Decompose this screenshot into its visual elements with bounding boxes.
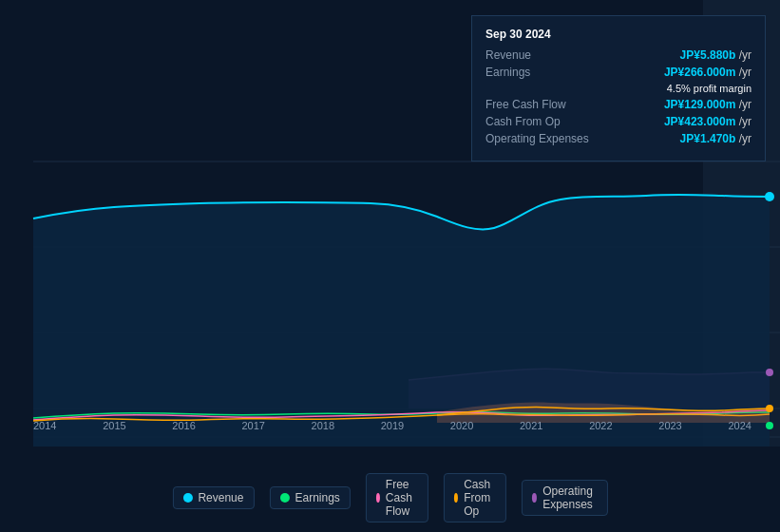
tooltip-label-revenue: Revenue <box>485 48 590 62</box>
legend-dot-cashop <box>454 493 458 503</box>
legend-label-fcf: Free Cash Flow <box>386 478 418 518</box>
tooltip-value-cashop: JP¥423.000m /yr <box>664 115 751 128</box>
tooltip-label-cashop: Cash From Op <box>485 115 590 128</box>
legend-label-cashop: Cash From Op <box>464 478 496 518</box>
tooltip-value-earnings: JP¥266.000m /yr <box>664 66 751 79</box>
tooltip-row-fcf: Free Cash Flow JP¥129.000m /yr <box>485 98 751 111</box>
x-label-2017: 2017 <box>241 420 264 431</box>
tooltip-profit-margin: 4.5% profit margin <box>485 83 751 94</box>
legend-item-fcf[interactable]: Free Cash Flow <box>366 473 428 522</box>
tooltip-label-fcf: Free Cash Flow <box>485 98 590 111</box>
tooltip-value-fcf: JP¥129.000m /yr <box>664 98 751 111</box>
legend: Revenue Earnings Free Cash Flow Cash Fro… <box>172 473 607 522</box>
legend-item-opex[interactable]: Operating Expenses <box>522 480 608 516</box>
tooltip-value-revenue: JP¥5.880b /yr <box>680 48 751 62</box>
x-label-2022: 2022 <box>589 420 612 431</box>
tooltip-date: Sep 30 2024 <box>485 28 751 41</box>
legend-item-revenue[interactable]: Revenue <box>172 486 254 509</box>
tooltip-label-opex: Operating Expenses <box>485 132 590 145</box>
legend-item-earnings[interactable]: Earnings <box>269 486 350 509</box>
legend-dot-earnings <box>279 493 289 503</box>
legend-dot-fcf <box>376 493 380 503</box>
x-label-2014: 2014 <box>33 420 56 431</box>
svg-point-8 <box>766 369 773 376</box>
tooltip-row-cashop: Cash From Op JP¥423.000m /yr <box>485 115 751 128</box>
x-label-2021: 2021 <box>520 420 542 431</box>
svg-point-7 <box>765 192 774 201</box>
tooltip-row-revenue: Revenue JP¥5.880b /yr <box>485 48 751 62</box>
x-label-2016: 2016 <box>172 420 195 431</box>
tooltip-row-earnings: Earnings JP¥266.000m /yr <box>485 66 751 79</box>
x-label-2024: 2024 <box>728 420 751 431</box>
legend-label-revenue: Revenue <box>198 491 243 504</box>
legend-label-opex: Operating Expenses <box>542 484 597 511</box>
legend-label-earnings: Earnings <box>295 491 339 504</box>
tooltip-label-earnings: Earnings <box>485 66 590 79</box>
legend-dot-revenue <box>182 493 192 503</box>
tooltip-value-opex: JP¥1.470b /yr <box>680 132 751 145</box>
x-label-2015: 2015 <box>103 420 125 431</box>
x-label-2020: 2020 <box>450 420 473 431</box>
x-label-2019: 2019 <box>381 420 404 431</box>
x-label-2018: 2018 <box>312 420 334 431</box>
legend-dot-opex <box>532 493 537 503</box>
svg-point-9 <box>766 405 773 412</box>
tooltip-row-opex: Operating Expenses JP¥1.470b /yr <box>485 132 751 145</box>
x-label-2023: 2023 <box>658 420 681 431</box>
tooltip-panel: Sep 30 2024 Revenue JP¥5.880b /yr Earnin… <box>471 15 766 162</box>
x-axis-labels: 2014 2015 2016 2017 2018 2019 2020 2021 … <box>0 420 780 431</box>
legend-item-cashop[interactable]: Cash From Op <box>444 473 506 522</box>
profit-margin-text: 4.5% profit margin <box>667 83 751 94</box>
